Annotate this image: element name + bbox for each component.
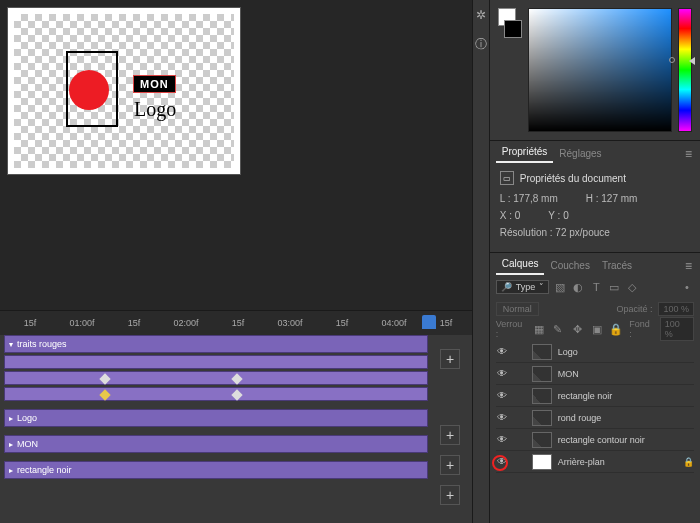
chevron-right-icon[interactable]: ▸ xyxy=(9,440,13,449)
chevron-right-icon[interactable]: ▸ xyxy=(9,466,13,475)
filter-smart-icon[interactable]: ◇ xyxy=(625,281,639,294)
track-label: MON xyxy=(17,439,38,449)
properties-tabs: Propriétés Réglages ≡ xyxy=(490,141,700,163)
opacity-value[interactable]: 100 % xyxy=(658,302,694,316)
visibility-icon[interactable]: 👁 xyxy=(496,412,508,423)
tab-properties[interactable]: Propriétés xyxy=(496,142,554,163)
filter-adjust-icon[interactable]: ◐ xyxy=(571,281,585,294)
panel-menu-icon[interactable]: ≡ xyxy=(683,145,694,163)
layer-row[interactable]: 👁 rectangle contour noir xyxy=(496,429,694,451)
layer-thumb[interactable] xyxy=(532,366,552,382)
right-tool-strip: ✲ ⓘ xyxy=(472,0,489,523)
doc-properties-label: Propriétés du document xyxy=(520,173,626,184)
mon-text[interactable]: MON xyxy=(134,76,175,92)
track-label: Logo xyxy=(17,413,37,423)
filter-toggle[interactable]: • xyxy=(680,281,694,293)
layer-list: 👁 Logo 👁 MON 👁 rectangle noir 👁 xyxy=(490,339,700,523)
layer-thumb[interactable] xyxy=(532,432,552,448)
lock-icon[interactable]: 🔒 xyxy=(683,457,694,467)
layer-row[interactable]: 👁 Arrière-plan 🔒 xyxy=(496,451,694,473)
playhead[interactable] xyxy=(422,315,436,329)
visibility-icon[interactable]: 👁 xyxy=(496,346,508,357)
lock-move-icon[interactable]: ✥ xyxy=(571,323,584,336)
visibility-icon[interactable]: 👁 xyxy=(496,390,508,401)
tab-traces[interactable]: Tracés xyxy=(596,256,638,275)
hue-handle[interactable] xyxy=(689,57,695,65)
filter-type-icon[interactable]: T xyxy=(589,281,603,293)
panel-menu-icon[interactable]: ≡ xyxy=(683,257,694,275)
add-track-button[interactable]: + xyxy=(440,425,460,445)
layer-name: Logo xyxy=(558,347,578,357)
track-mon[interactable]: ▸ MON xyxy=(4,435,428,453)
ruler-tick: 15f xyxy=(212,318,264,328)
tab-couches[interactable]: Couches xyxy=(544,256,595,275)
keyframe[interactable] xyxy=(231,389,242,400)
swatch-pair[interactable] xyxy=(498,8,522,132)
lock-brush-icon[interactable]: ✎ xyxy=(551,323,564,336)
visibility-icon[interactable]: 👁 xyxy=(496,434,508,445)
keyframe[interactable] xyxy=(99,389,110,400)
layer-name: rectangle noir xyxy=(558,391,613,401)
timeline-ruler[interactable]: 15f 01:00f 15f 02:00f 15f 03:00f 15f 04:… xyxy=(0,311,472,335)
add-track-button[interactable]: + xyxy=(440,485,460,505)
tab-calques[interactable]: Calques xyxy=(496,254,545,275)
keyframe[interactable] xyxy=(231,373,242,384)
helm-icon[interactable]: ✲ xyxy=(476,8,486,22)
track-sub[interactable] xyxy=(4,355,428,369)
lock-artboard-icon[interactable]: ▣ xyxy=(590,323,603,336)
lock-all-icon[interactable]: 🔒 xyxy=(609,323,623,336)
prop-L: L : 177,8 mm xyxy=(500,193,558,204)
track-traits-rouges[interactable]: ▾ traits rouges xyxy=(4,335,428,353)
document-checkerboard: MON Logo xyxy=(14,14,234,168)
filter-image-icon[interactable]: ▧ xyxy=(553,281,567,294)
hue-slider[interactable] xyxy=(678,8,692,132)
color-field[interactable] xyxy=(528,8,672,132)
lock-fond-row: Verrou : ▦ ✎ ✥ ▣ 🔒 Fond : 100 % xyxy=(490,319,700,339)
layer-row[interactable]: 👁 rectangle noir xyxy=(496,385,694,407)
canvas-area[interactable]: MON Logo xyxy=(0,0,472,310)
red-circle[interactable] xyxy=(69,70,109,110)
visibility-icon[interactable]: 👁 xyxy=(496,368,508,379)
fond-value[interactable]: 100 % xyxy=(660,317,694,341)
filter-shape-icon[interactable]: ▭ xyxy=(607,281,621,294)
add-track-button[interactable]: + xyxy=(440,349,460,369)
properties-panel: Propriétés Réglages ≡ ▭ Propriétés du do… xyxy=(490,140,700,252)
add-track-button[interactable]: + xyxy=(440,455,460,475)
layer-row[interactable]: 👁 Logo xyxy=(496,341,694,363)
layer-row[interactable]: 👁 rond rouge xyxy=(496,407,694,429)
ruler-tick: 15f xyxy=(316,318,368,328)
blend-mode-select[interactable]: Normal xyxy=(496,302,539,316)
logo-text[interactable]: Logo xyxy=(134,98,176,121)
doc-properties-header: ▭ Propriétés du document xyxy=(500,171,690,185)
highlight-ring xyxy=(492,455,508,471)
layer-thumb[interactable] xyxy=(532,454,552,470)
track-sub[interactable] xyxy=(4,387,428,401)
fond-label: Fond : xyxy=(629,319,653,339)
prop-Y: Y : 0 xyxy=(548,210,568,221)
layer-thumb[interactable] xyxy=(532,388,552,404)
background-swatch[interactable] xyxy=(504,20,522,38)
layer-thumb[interactable] xyxy=(532,344,552,360)
chevron-down-icon[interactable]: ▾ xyxy=(9,340,13,349)
ruler-tick: 02:00f xyxy=(160,318,212,328)
visibility-icon[interactable]: 👁 xyxy=(496,456,508,467)
filter-type-select[interactable]: 🔎 Type ˅ xyxy=(496,280,550,294)
layers-panel: Calques Couches Tracés ≡ 🔎 Type ˅ ▧ ◐ T … xyxy=(490,252,700,523)
ruler-tick: 15f xyxy=(4,318,56,328)
document-icon: ▭ xyxy=(500,171,514,185)
info-icon[interactable]: ⓘ xyxy=(475,36,487,53)
layer-row[interactable]: 👁 MON xyxy=(496,363,694,385)
canvas-frame: MON Logo xyxy=(8,8,240,174)
track-label: rectangle noir xyxy=(17,465,72,475)
keyframe[interactable] xyxy=(99,373,110,384)
chevron-right-icon[interactable]: ▸ xyxy=(9,414,13,423)
lock-pixels-icon[interactable]: ▦ xyxy=(532,323,545,336)
layer-thumb[interactable] xyxy=(532,410,552,426)
color-picker-handle[interactable] xyxy=(669,57,675,63)
track-sub[interactable] xyxy=(4,371,428,385)
ruler-tick: 15f xyxy=(108,318,160,328)
tab-reglages[interactable]: Réglages xyxy=(553,144,607,163)
tracks-container: ▾ traits rouges + ▸ Logo + ▸ MON + xyxy=(0,335,472,523)
track-logo[interactable]: ▸ Logo xyxy=(4,409,428,427)
track-rectangle-noir[interactable]: ▸ rectangle noir xyxy=(4,461,428,479)
